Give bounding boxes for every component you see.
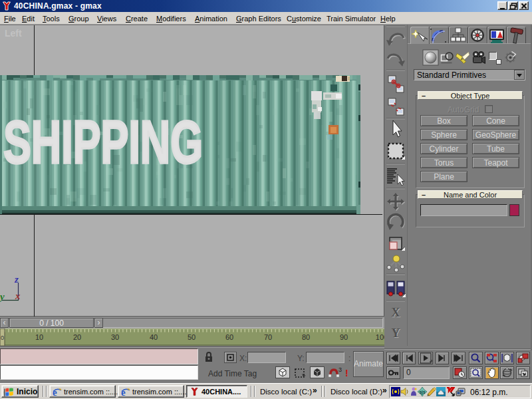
svg-text:3: 3 — [338, 366, 342, 373]
svg-text:z: z — [14, 274, 19, 285]
svg-text:y: y — [0, 291, 5, 302]
svg-text:60: 60 — [225, 333, 233, 341]
svg-text:20: 20 — [73, 333, 81, 341]
svg-text:10: 10 — [35, 333, 43, 341]
svg-text:40: 40 — [150, 333, 158, 341]
svg-text:50: 50 — [188, 333, 196, 341]
svg-text:e: e — [121, 387, 126, 397]
svg-text:90: 90 — [340, 333, 348, 341]
svg-text:100: 100 — [376, 333, 384, 341]
svg-text:0: 0 — [1, 334, 4, 341]
svg-text:80: 80 — [302, 333, 310, 341]
svg-text:Y: Y — [392, 327, 400, 340]
svg-text:x: x — [15, 291, 21, 301]
svg-text:sjs: sjs — [419, 390, 425, 395]
svg-text:30: 30 — [111, 333, 119, 341]
svg-text:X: X — [392, 306, 400, 319]
svg-text:70: 70 — [264, 333, 272, 341]
svg-text:SHIPPING: SHIPPING — [3, 108, 203, 176]
svg-text:e: e — [53, 387, 57, 397]
